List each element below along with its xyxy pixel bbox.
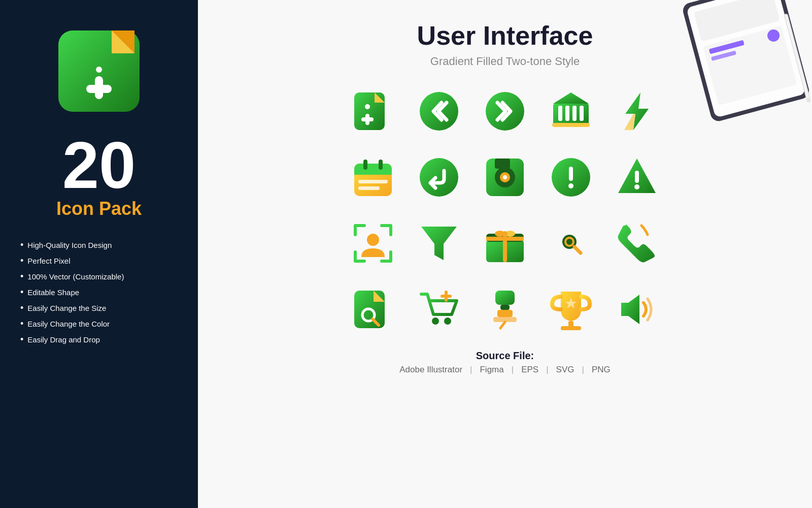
- svg-rect-29: [580, 106, 584, 121]
- icon-left-arrow: [411, 83, 467, 139]
- divider: |: [546, 365, 548, 375]
- svg-rect-74: [500, 305, 510, 310]
- right-panel: User Interface Gradient Filled Two-tone …: [198, 0, 812, 508]
- svg-rect-39: [358, 186, 380, 190]
- main-app-icon: [53, 25, 145, 117]
- divider: |: [470, 365, 472, 375]
- page-title: User Interface: [417, 20, 593, 51]
- features-list: High-Quality Icon Design Perfect Pixel 1…: [15, 240, 183, 350]
- svg-rect-28: [572, 106, 577, 121]
- svg-point-60: [502, 231, 507, 236]
- page-subtitle: Gradient Filled Two-tone Style: [417, 55, 593, 68]
- svg-rect-20: [361, 117, 374, 121]
- feature-item: Editable Shape: [20, 287, 183, 298]
- svg-rect-57: [503, 234, 507, 262]
- svg-rect-50: [635, 171, 639, 183]
- icon-megaphone: [543, 215, 599, 271]
- svg-marker-53: [421, 227, 457, 260]
- feature-item: Easily Change the Color: [20, 319, 183, 329]
- feature-item: Easily Change the Size: [20, 303, 183, 313]
- icon-speaker: [609, 281, 665, 337]
- icon-right-arrow: [477, 83, 533, 139]
- svg-rect-38: [358, 180, 388, 183]
- left-panel: 20 Icon Pack High-Quality Icon Design Pe…: [0, 0, 198, 508]
- format-eps: EPS: [521, 365, 538, 375]
- icon-alert-circle: [543, 149, 599, 205]
- feature-item: Easily Drag and Drop: [20, 334, 183, 345]
- icon-count: 20: [62, 132, 136, 198]
- svg-rect-73: [495, 291, 515, 305]
- svg-rect-37: [379, 160, 383, 170]
- icon-save: [477, 149, 533, 205]
- icon-face-scan: [345, 215, 401, 271]
- source-formats: Adobe Illustrator | Figma | EPS | SVG | …: [399, 365, 611, 375]
- svg-point-52: [367, 234, 379, 246]
- svg-line-77: [500, 322, 505, 328]
- svg-rect-6: [86, 85, 112, 93]
- svg-point-69: [432, 318, 439, 325]
- icon-phone: [609, 215, 665, 271]
- svg-point-48: [568, 183, 573, 188]
- icon-file-search: [345, 281, 401, 337]
- tablet-decoration: [665, 0, 812, 127]
- svg-rect-75: [497, 310, 513, 317]
- svg-rect-47: [569, 167, 573, 181]
- format-figma: Figma: [480, 365, 503, 375]
- svg-rect-72: [441, 295, 452, 298]
- svg-rect-30: [552, 123, 590, 127]
- icon-trophy: [543, 281, 599, 337]
- svg-point-51: [634, 184, 639, 189]
- feature-item: Perfect Pixel: [20, 256, 183, 266]
- svg-point-44: [503, 175, 507, 179]
- icon-bank: [543, 83, 599, 139]
- icon-warning: [609, 149, 665, 205]
- svg-rect-36: [363, 160, 367, 170]
- svg-marker-24: [553, 92, 589, 104]
- icons-grid: [345, 83, 665, 337]
- svg-rect-27: [565, 106, 569, 121]
- svg-line-63: [574, 247, 581, 253]
- svg-rect-26: [558, 106, 562, 121]
- source-label: Source File:: [399, 350, 611, 362]
- feature-item: High-Quality Icon Design: [20, 240, 183, 250]
- svg-point-70: [444, 318, 451, 325]
- divider: |: [512, 365, 514, 375]
- svg-point-7: [96, 67, 102, 73]
- format-png: PNG: [592, 365, 611, 375]
- icon-calendar: [345, 149, 401, 205]
- svg-point-21: [365, 104, 370, 109]
- feature-item: 100% Vector (Customizable): [20, 271, 183, 282]
- format-svg: SVG: [556, 365, 574, 375]
- icon-return: [411, 149, 467, 205]
- icon-pin: [477, 281, 533, 337]
- title-section: User Interface Gradient Filled Two-tone …: [417, 20, 593, 68]
- pack-label: Icon Pack: [56, 198, 142, 219]
- icon-lightning: [609, 83, 665, 139]
- svg-point-40: [420, 158, 458, 197]
- icon-gift: [477, 215, 533, 271]
- svg-rect-35: [354, 170, 392, 175]
- icon-filter: [411, 215, 467, 271]
- svg-rect-79: [561, 326, 581, 330]
- icon-file-add: [345, 83, 401, 139]
- divider: |: [582, 365, 584, 375]
- format-illustrator: Adobe Illustrator: [399, 365, 462, 375]
- source-section: Source File: Adobe Illustrator | Figma |…: [399, 350, 611, 375]
- svg-rect-45: [495, 158, 510, 169]
- icon-cart-add: [411, 281, 467, 337]
